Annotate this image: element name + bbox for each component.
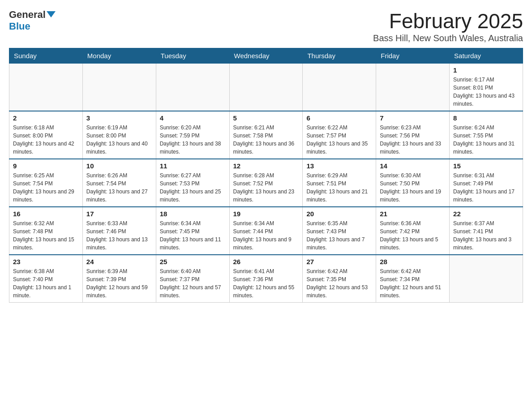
day-info: Sunrise: 6:39 AMSunset: 7:39 PMDaylight:… bbox=[86, 267, 152, 300]
calendar-cell-w1-d2: 4Sunrise: 6:20 AMSunset: 7:59 PMDaylight… bbox=[156, 111, 229, 159]
calendar-cell-w0-d2 bbox=[156, 64, 229, 111]
day-number: 15 bbox=[453, 162, 519, 170]
calendar-cell-w3-d4: 20Sunrise: 6:35 AMSunset: 7:43 PMDayligh… bbox=[303, 207, 376, 255]
day-number: 21 bbox=[380, 210, 446, 218]
header-wednesday: Wednesday bbox=[229, 48, 303, 64]
calendar-week-row-0: 1Sunrise: 6:17 AMSunset: 8:01 PMDaylight… bbox=[9, 64, 523, 111]
calendar-cell-w1-d1: 3Sunrise: 6:19 AMSunset: 8:00 PMDaylight… bbox=[82, 111, 156, 159]
calendar-cell-w2-d4: 13Sunrise: 6:29 AMSunset: 7:51 PMDayligh… bbox=[303, 159, 376, 207]
month-title: February 2025 bbox=[373, 9, 523, 33]
calendar-week-row-2: 9Sunrise: 6:25 AMSunset: 7:54 PMDaylight… bbox=[9, 159, 523, 207]
day-number: 12 bbox=[233, 162, 299, 170]
day-info: Sunrise: 6:21 AMSunset: 7:58 PMDaylight:… bbox=[233, 124, 299, 156]
day-info: Sunrise: 6:30 AMSunset: 7:50 PMDaylight:… bbox=[380, 171, 446, 204]
day-number: 28 bbox=[380, 258, 446, 265]
day-number: 8 bbox=[453, 114, 519, 122]
calendar-cell-w2-d6: 15Sunrise: 6:31 AMSunset: 7:49 PMDayligh… bbox=[450, 159, 523, 207]
calendar-cell-w3-d5: 21Sunrise: 6:36 AMSunset: 7:42 PMDayligh… bbox=[376, 207, 450, 255]
day-number: 5 bbox=[233, 114, 299, 122]
calendar-cell-w3-d2: 18Sunrise: 6:34 AMSunset: 7:45 PMDayligh… bbox=[156, 207, 229, 255]
calendar-cell-w1-d5: 7Sunrise: 6:23 AMSunset: 7:56 PMDaylight… bbox=[376, 111, 450, 159]
day-number: 24 bbox=[86, 258, 152, 265]
day-info: Sunrise: 6:18 AMSunset: 8:00 PMDaylight:… bbox=[13, 124, 79, 156]
calendar-cell-w2-d2: 11Sunrise: 6:27 AMSunset: 7:53 PMDayligh… bbox=[156, 159, 229, 207]
day-info: Sunrise: 6:23 AMSunset: 7:56 PMDaylight:… bbox=[380, 124, 446, 156]
calendar-cell-w0-d1 bbox=[82, 64, 156, 111]
calendar-cell-w0-d6: 1Sunrise: 6:17 AMSunset: 8:01 PMDaylight… bbox=[450, 64, 523, 111]
day-info: Sunrise: 6:19 AMSunset: 8:00 PMDaylight:… bbox=[86, 124, 152, 156]
calendar-cell-w4-d4: 27Sunrise: 6:42 AMSunset: 7:35 PMDayligh… bbox=[303, 255, 376, 303]
calendar-cell-w1-d3: 5Sunrise: 6:21 AMSunset: 7:58 PMDaylight… bbox=[229, 111, 303, 159]
day-number: 6 bbox=[306, 114, 372, 122]
calendar-cell-w4-d6 bbox=[450, 255, 523, 303]
day-info: Sunrise: 6:20 AMSunset: 7:59 PMDaylight:… bbox=[160, 124, 226, 156]
calendar-week-row-1: 2Sunrise: 6:18 AMSunset: 8:00 PMDaylight… bbox=[9, 111, 523, 159]
day-info: Sunrise: 6:32 AMSunset: 7:48 PMDaylight:… bbox=[13, 219, 79, 252]
calendar-cell-w0-d5 bbox=[376, 64, 450, 111]
day-info: Sunrise: 6:31 AMSunset: 7:49 PMDaylight:… bbox=[453, 171, 519, 204]
day-number: 9 bbox=[13, 162, 79, 170]
header-thursday: Thursday bbox=[303, 48, 376, 64]
day-number: 25 bbox=[160, 258, 226, 265]
calendar-week-row-4: 23Sunrise: 6:38 AMSunset: 7:40 PMDayligh… bbox=[9, 255, 523, 303]
day-info: Sunrise: 6:34 AMSunset: 7:44 PMDaylight:… bbox=[233, 219, 299, 252]
calendar-cell-w4-d3: 26Sunrise: 6:41 AMSunset: 7:36 PMDayligh… bbox=[229, 255, 303, 303]
location-title: Bass Hill, New South Wales, Australia bbox=[373, 33, 523, 43]
calendar-cell-w0-d4 bbox=[303, 64, 376, 111]
header-tuesday: Tuesday bbox=[156, 48, 229, 64]
day-info: Sunrise: 6:41 AMSunset: 7:36 PMDaylight:… bbox=[233, 267, 299, 300]
day-number: 22 bbox=[453, 210, 519, 218]
calendar-cell-w4-d1: 24Sunrise: 6:39 AMSunset: 7:39 PMDayligh… bbox=[82, 255, 156, 303]
day-info: Sunrise: 6:42 AMSunset: 7:34 PMDaylight:… bbox=[380, 267, 446, 300]
logo-general-text: General bbox=[9, 9, 46, 21]
calendar-cell-w1-d6: 8Sunrise: 6:24 AMSunset: 7:55 PMDaylight… bbox=[450, 111, 523, 159]
calendar-cell-w3-d1: 17Sunrise: 6:33 AMSunset: 7:46 PMDayligh… bbox=[82, 207, 156, 255]
day-number: 14 bbox=[380, 162, 446, 170]
calendar-cell-w3-d3: 19Sunrise: 6:34 AMSunset: 7:44 PMDayligh… bbox=[229, 207, 303, 255]
day-info: Sunrise: 6:25 AMSunset: 7:54 PMDaylight:… bbox=[13, 171, 79, 204]
day-number: 18 bbox=[160, 210, 226, 218]
calendar-cell-w1-d0: 2Sunrise: 6:18 AMSunset: 8:00 PMDaylight… bbox=[9, 111, 83, 159]
header-sunday: Sunday bbox=[9, 48, 83, 64]
day-info: Sunrise: 6:35 AMSunset: 7:43 PMDaylight:… bbox=[306, 219, 372, 252]
day-info: Sunrise: 6:36 AMSunset: 7:42 PMDaylight:… bbox=[380, 219, 446, 252]
page-header: General Blue February 2025 Bass Hill, Ne… bbox=[9, 9, 523, 43]
day-info: Sunrise: 6:28 AMSunset: 7:52 PMDaylight:… bbox=[233, 171, 299, 204]
day-info: Sunrise: 6:33 AMSunset: 7:46 PMDaylight:… bbox=[86, 219, 152, 252]
day-number: 13 bbox=[306, 162, 372, 170]
day-number: 1 bbox=[453, 66, 519, 74]
day-number: 23 bbox=[13, 258, 79, 265]
calendar-header-row: Sunday Monday Tuesday Wednesday Thursday… bbox=[9, 48, 523, 64]
day-number: 11 bbox=[160, 162, 226, 170]
day-number: 10 bbox=[86, 162, 152, 170]
calendar-cell-w4-d2: 25Sunrise: 6:40 AMSunset: 7:37 PMDayligh… bbox=[156, 255, 229, 303]
header-monday: Monday bbox=[82, 48, 156, 64]
calendar-cell-w0-d3 bbox=[229, 64, 303, 111]
logo-triangle-icon bbox=[47, 11, 56, 17]
day-info: Sunrise: 6:37 AMSunset: 7:41 PMDaylight:… bbox=[453, 219, 519, 252]
day-info: Sunrise: 6:26 AMSunset: 7:54 PMDaylight:… bbox=[86, 171, 152, 204]
day-info: Sunrise: 6:24 AMSunset: 7:55 PMDaylight:… bbox=[453, 124, 519, 156]
day-info: Sunrise: 6:29 AMSunset: 7:51 PMDaylight:… bbox=[306, 171, 372, 204]
day-info: Sunrise: 6:42 AMSunset: 7:35 PMDaylight:… bbox=[306, 267, 372, 300]
calendar-cell-w2-d5: 14Sunrise: 6:30 AMSunset: 7:50 PMDayligh… bbox=[376, 159, 450, 207]
day-number: 2 bbox=[13, 114, 79, 122]
header-saturday: Saturday bbox=[450, 48, 523, 64]
day-number: 17 bbox=[86, 210, 152, 218]
calendar-week-row-3: 16Sunrise: 6:32 AMSunset: 7:48 PMDayligh… bbox=[9, 207, 523, 255]
calendar-cell-w3-d0: 16Sunrise: 6:32 AMSunset: 7:48 PMDayligh… bbox=[9, 207, 83, 255]
calendar-cell-w3-d6: 22Sunrise: 6:37 AMSunset: 7:41 PMDayligh… bbox=[450, 207, 523, 255]
day-number: 20 bbox=[306, 210, 372, 218]
day-number: 7 bbox=[380, 114, 446, 122]
day-number: 19 bbox=[233, 210, 299, 218]
calendar-table: Sunday Monday Tuesday Wednesday Thursday… bbox=[9, 48, 523, 303]
day-info: Sunrise: 6:22 AMSunset: 7:57 PMDaylight:… bbox=[306, 124, 372, 156]
title-block: February 2025 Bass Hill, New South Wales… bbox=[373, 9, 523, 43]
day-number: 16 bbox=[13, 210, 79, 218]
calendar-cell-w2-d0: 9Sunrise: 6:25 AMSunset: 7:54 PMDaylight… bbox=[9, 159, 83, 207]
day-number: 26 bbox=[233, 258, 299, 265]
logo: General Blue bbox=[9, 9, 56, 32]
calendar-cell-w1-d4: 6Sunrise: 6:22 AMSunset: 7:57 PMDaylight… bbox=[303, 111, 376, 159]
day-number: 4 bbox=[160, 114, 226, 122]
calendar-cell-w2-d3: 12Sunrise: 6:28 AMSunset: 7:52 PMDayligh… bbox=[229, 159, 303, 207]
